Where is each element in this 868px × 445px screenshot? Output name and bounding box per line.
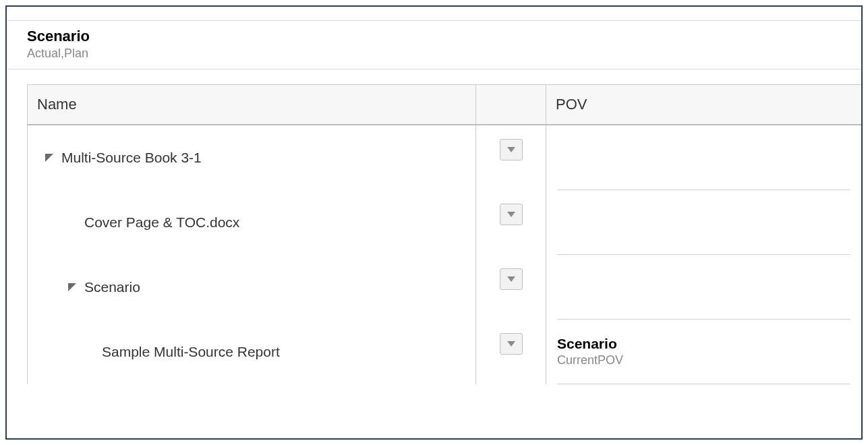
row-actions-dropdown[interactable] <box>500 333 523 355</box>
pov-cell <box>557 125 850 190</box>
svg-marker-1 <box>507 147 515 152</box>
expand-collapse-icon[interactable] <box>44 152 55 163</box>
tree-item-label: Sample Multi-Source Report <box>102 344 280 360</box>
table-row: Multi-Source Book 3-1 <box>28 125 862 190</box>
tree-item-label: Cover Page & TOC.docx <box>84 214 239 231</box>
pov-cell <box>557 190 850 255</box>
svg-marker-2 <box>507 212 515 217</box>
tree-item[interactable]: Cover Page & TOC.docx <box>28 190 475 255</box>
tree-item[interactable]: Multi-Source Book 3-1 <box>28 125 475 190</box>
table-row: Cover Page & TOC.docx <box>28 190 862 255</box>
tree-item-label: Scenario <box>84 279 140 295</box>
svg-marker-4 <box>507 276 515 282</box>
pov-cell <box>557 255 850 320</box>
pov-cell-title: Scenario <box>557 336 850 352</box>
svg-marker-3 <box>68 283 76 291</box>
expand-collapse-icon[interactable] <box>67 282 78 293</box>
row-actions-dropdown[interactable] <box>500 139 523 160</box>
column-header-name[interactable]: Name <box>28 85 476 125</box>
tree-item[interactable]: Sample Multi-Source Report <box>28 320 475 384</box>
row-actions-dropdown[interactable] <box>500 204 523 225</box>
svg-marker-0 <box>45 154 53 162</box>
column-header-pov[interactable]: POV <box>546 85 862 125</box>
column-header-actions <box>476 85 546 125</box>
tree-item[interactable]: Scenario <box>28 255 475 320</box>
app-frame: Scenario Actual,Plan Name POV <box>5 5 863 440</box>
pov-header-title: Scenario <box>27 28 841 45</box>
pov-header: Scenario Actual,Plan <box>7 20 861 69</box>
row-actions-dropdown[interactable] <box>500 268 523 290</box>
pov-header-subtitle: Actual,Plan <box>27 47 841 61</box>
tree-item-label: Multi-Source Book 3-1 <box>61 150 202 166</box>
pov-cell: Scenario CurrentPOV <box>557 320 850 384</box>
content-table-wrap: Name POV Multi-Source Book 3-1 <box>27 84 861 384</box>
content-table: Name POV Multi-Source Book 3-1 <box>27 84 861 384</box>
svg-marker-5 <box>507 341 515 347</box>
pov-cell-subtitle: CurrentPOV <box>557 353 850 367</box>
table-row: Scenario <box>28 255 862 320</box>
table-row: Sample Multi-Source Report Scenario Curr… <box>28 320 862 384</box>
